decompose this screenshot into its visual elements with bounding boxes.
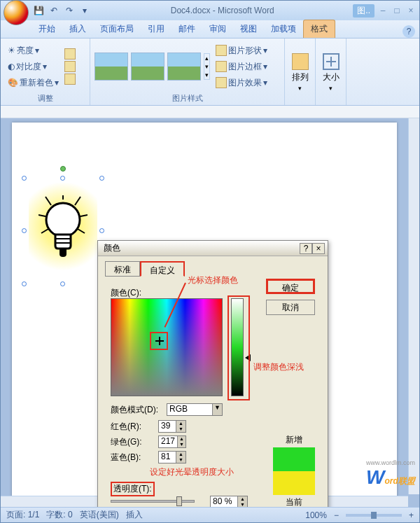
office-button[interactable]	[4, 0, 29, 25]
dialog-titlebar[interactable]: 颜色 ? ×	[98, 241, 328, 256]
green-label: 绿色(G):	[111, 436, 155, 448]
style-thumb[interactable]	[94, 53, 128, 81]
blue-spinner[interactable]: 81▲▼	[158, 451, 186, 463]
blue-label: 蓝色(B):	[111, 452, 155, 463]
cancel-button[interactable]: 取消	[266, 300, 315, 315]
window-controls: – □ ×	[377, 6, 416, 15]
tab-standard[interactable]: 标准	[105, 261, 140, 277]
picture-border-button[interactable]: 图片边框 ▾	[213, 60, 270, 74]
spin-up-icon[interactable]: ▲	[176, 421, 186, 426]
contextual-tab-badge: 图..	[353, 4, 374, 18]
resize-handle[interactable]	[60, 176, 65, 181]
picture-shape-button[interactable]: 图片形状 ▾	[213, 43, 270, 58]
svg-line-2	[75, 197, 80, 205]
save-icon[interactable]: 💾	[31, 4, 46, 18]
gallery-down-icon[interactable]: ▾	[205, 63, 209, 70]
spin-up-icon[interactable]: ▲	[176, 452, 186, 457]
vertical-scrollbar[interactable]	[408, 118, 419, 494]
effects-icon	[216, 77, 227, 88]
ruler	[1, 106, 419, 118]
color-label: 颜色(C):	[111, 287, 141, 299]
zoom-value[interactable]: 100%	[305, 510, 327, 520]
status-page[interactable]: 页面: 1/1	[6, 509, 39, 521]
resize-handle[interactable]	[22, 281, 27, 286]
zoom-out-icon[interactable]: −	[334, 510, 339, 520]
tab-start[interactable]: 开始	[31, 20, 62, 38]
style-thumb[interactable]	[131, 53, 164, 81]
color-cursor[interactable]	[155, 337, 164, 345]
lightbulb-image	[38, 195, 88, 272]
recolor-button[interactable]: 🎨重新着色 ▾	[5, 76, 62, 90]
brightness-button[interactable]: ☀亮度 ▾	[5, 43, 62, 58]
resize-handle[interactable]	[60, 281, 65, 286]
tab-review[interactable]: 审阅	[202, 20, 233, 38]
svg-line-1	[46, 197, 51, 205]
qat-dropdown-icon[interactable]: ▾	[78, 4, 92, 18]
ok-button[interactable]: 确定	[266, 279, 315, 294]
selected-image[interactable]	[24, 179, 102, 284]
status-mode[interactable]: 插入	[126, 509, 143, 521]
ribbon-group-size: 大小▾	[316, 39, 346, 105]
resize-handle[interactable]	[22, 176, 27, 181]
tab-references[interactable]: 引用	[141, 20, 172, 38]
watermark: www.wordlm.com Word联盟	[366, 459, 415, 489]
color-mode-combo[interactable]: RGB▼	[167, 403, 223, 416]
resize-handle[interactable]	[99, 176, 104, 181]
status-language[interactable]: 英语(美国)	[80, 509, 119, 521]
transparency-slider[interactable]	[111, 500, 195, 503]
resize-handle[interactable]	[99, 228, 104, 233]
tab-view[interactable]: 视图	[233, 20, 264, 38]
tab-addins[interactable]: 加载项	[264, 20, 303, 38]
svg-line-6	[78, 229, 85, 233]
ribbon-group-styles: ▴ ▾ ▾ 图片形状 ▾ 图片边框 ▾ 图片效果 ▾ 图片样式	[90, 39, 285, 105]
resize-handle[interactable]	[22, 228, 27, 233]
red-row: 红色(R): 39▲▼	[111, 420, 186, 433]
dialog-close-icon[interactable]: ×	[312, 243, 325, 254]
redo-icon[interactable]: ↷	[62, 4, 76, 18]
gallery-more-icon[interactable]: ▾	[205, 71, 209, 78]
arrange-button[interactable]: 排列▾	[289, 53, 311, 92]
picture-effects-button[interactable]: 图片效果 ▾	[213, 76, 270, 90]
help-icon[interactable]: ?	[402, 25, 415, 38]
spin-up-icon[interactable]: ▲	[177, 436, 186, 442]
group-title-styles: 图片样式	[94, 92, 280, 104]
tab-format[interactable]: 格式	[303, 20, 335, 38]
transparency-spinner[interactable]: 80 %▲▼	[210, 496, 248, 507]
close-icon[interactable]: ×	[405, 6, 416, 15]
window-title: Doc4.docx - Microsoft Word	[92, 6, 353, 15]
minimize-icon[interactable]: –	[377, 6, 388, 15]
slider-thumb[interactable]	[176, 496, 182, 506]
color-dialog: 颜色 ? × 标准 自定义 确定 取消 颜色(C): 颜色模式(D): RGB▼…	[97, 240, 328, 507]
style-thumb[interactable]	[167, 53, 201, 81]
status-words[interactable]: 字数: 0	[46, 509, 72, 521]
spin-down-icon[interactable]: ▼	[237, 502, 247, 507]
contrast-button[interactable]: ◐对比度 ▾	[5, 60, 62, 74]
dropdown-icon[interactable]: ▼	[212, 404, 222, 415]
undo-icon[interactable]: ↶	[47, 4, 61, 18]
spin-up-icon[interactable]: ▲	[237, 496, 247, 502]
tab-layout[interactable]: 页面布局	[93, 20, 141, 38]
annotation-transparency: 设定好光晕透明度大小	[150, 466, 234, 478]
compress-icon[interactable]	[64, 48, 76, 60]
spin-down-icon[interactable]: ▼	[176, 457, 186, 463]
dialog-help-icon[interactable]: ?	[300, 243, 312, 254]
spin-down-icon[interactable]: ▼	[176, 426, 186, 432]
maximize-icon[interactable]: □	[391, 6, 402, 15]
tab-insert[interactable]: 插入	[62, 20, 93, 38]
tab-custom[interactable]: 自定义	[140, 261, 185, 277]
zoom-in-icon[interactable]: +	[409, 510, 414, 520]
rotate-handle[interactable]	[60, 166, 66, 172]
tab-mailings[interactable]: 邮件	[172, 20, 202, 38]
red-spinner[interactable]: 39▲▼	[158, 420, 186, 433]
ribbon-tabs: 开始 插入 页面布局 引用 邮件 审阅 视图 加载项 格式 ?	[1, 20, 419, 39]
shape-icon	[216, 45, 227, 56]
reset-picture-icon[interactable]	[64, 74, 76, 85]
green-spinner[interactable]: 217▲▼	[158, 435, 186, 448]
spin-down-icon[interactable]: ▼	[177, 442, 186, 447]
change-picture-icon[interactable]	[64, 61, 76, 72]
annotation-cursor: 光标选择颜色	[188, 274, 238, 286]
new-color-swatch	[273, 447, 315, 471]
zoom-slider[interactable]	[346, 514, 402, 517]
gallery-up-icon[interactable]: ▴	[205, 55, 209, 62]
size-button[interactable]: 大小▾	[320, 53, 342, 92]
